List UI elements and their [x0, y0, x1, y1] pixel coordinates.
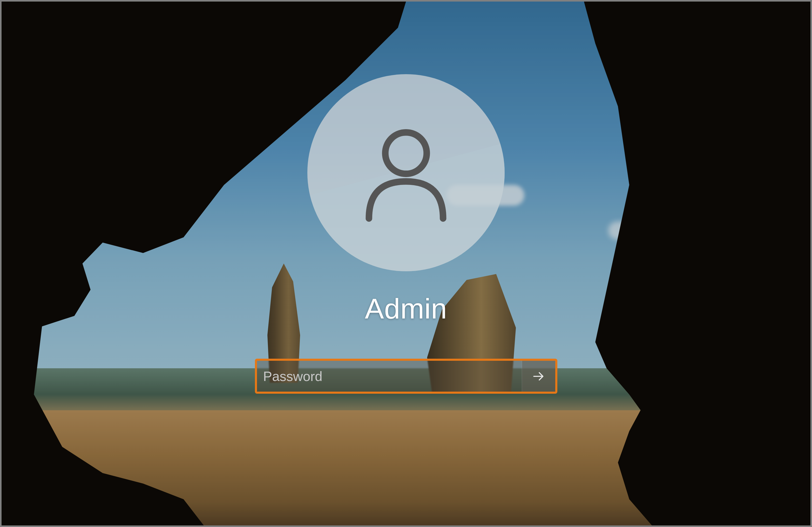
password-input[interactable] [257, 361, 522, 392]
username-label: Admin [365, 292, 447, 325]
user-icon [351, 118, 461, 227]
arrow-right-icon [532, 369, 546, 383]
submit-button[interactable] [522, 361, 555, 392]
user-avatar [307, 74, 505, 271]
password-field-container [255, 359, 557, 394]
windows-lock-screen: Admin [2, 2, 810, 525]
login-panel: Admin [255, 74, 557, 394]
svg-point-0 [385, 133, 427, 174]
